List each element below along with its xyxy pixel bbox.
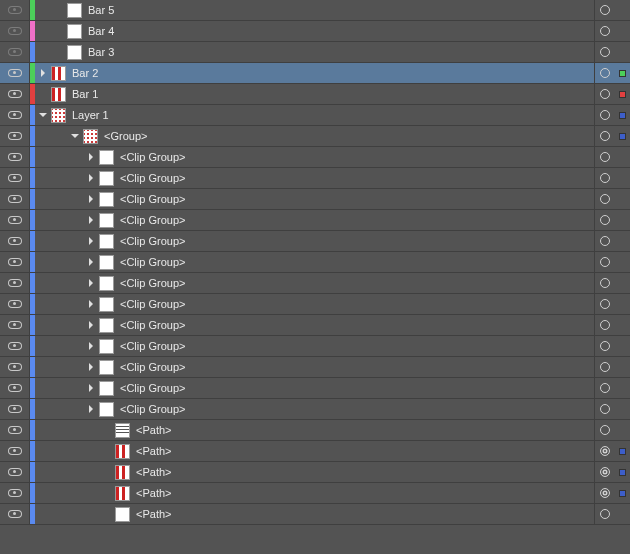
layer-thumbnail[interactable] [99, 234, 114, 249]
layer-thumbnail[interactable] [115, 444, 130, 459]
layer-row[interactable]: Bar 4 [0, 21, 630, 42]
layer-thumbnail[interactable] [99, 150, 114, 165]
layer-thumbnail[interactable] [99, 360, 114, 375]
layer-thumbnail[interactable] [115, 465, 130, 480]
selection-swatch[interactable] [614, 504, 630, 524]
layer-label[interactable]: <Clip Group> [120, 193, 594, 205]
layer-row[interactable]: <Clip Group> [0, 147, 630, 168]
selection-swatch[interactable] [614, 210, 630, 230]
layer-thumbnail[interactable] [51, 108, 66, 123]
layer-thumbnail[interactable] [67, 3, 82, 18]
target-button[interactable] [594, 84, 614, 104]
visibility-toggle[interactable] [0, 399, 30, 419]
layer-label[interactable]: <Clip Group> [120, 172, 594, 184]
layer-row[interactable]: <Path> [0, 420, 630, 441]
layer-thumbnail[interactable] [99, 318, 114, 333]
selection-swatch[interactable] [614, 441, 630, 461]
visibility-toggle[interactable] [0, 462, 30, 482]
layer-thumbnail[interactable] [67, 45, 82, 60]
layer-row[interactable]: <Clip Group> [0, 294, 630, 315]
disclosure-right-icon[interactable] [83, 149, 99, 165]
layer-label[interactable]: <Clip Group> [120, 256, 594, 268]
layer-label[interactable]: <Clip Group> [120, 214, 594, 226]
selection-swatch[interactable] [614, 294, 630, 314]
visibility-toggle[interactable] [0, 189, 30, 209]
layer-label[interactable]: Bar 3 [88, 46, 594, 58]
layer-row[interactable]: Bar 2 [0, 63, 630, 84]
selection-swatch[interactable] [614, 378, 630, 398]
layer-label[interactable]: <Clip Group> [120, 319, 594, 331]
layer-thumbnail[interactable] [83, 129, 98, 144]
layer-label[interactable]: <Group> [104, 130, 594, 142]
target-button[interactable] [594, 231, 614, 251]
disclosure-right-icon[interactable] [83, 359, 99, 375]
visibility-toggle[interactable] [0, 315, 30, 335]
target-button[interactable] [594, 147, 614, 167]
selection-swatch[interactable] [614, 399, 630, 419]
layer-row[interactable]: <Clip Group> [0, 273, 630, 294]
layer-label[interactable]: <Clip Group> [120, 361, 594, 373]
visibility-toggle[interactable] [0, 441, 30, 461]
visibility-toggle[interactable] [0, 0, 30, 20]
layer-thumbnail[interactable] [99, 297, 114, 312]
layer-label[interactable]: Bar 4 [88, 25, 594, 37]
layer-row[interactable]: <Clip Group> [0, 231, 630, 252]
target-button[interactable] [594, 441, 614, 461]
layer-thumbnail[interactable] [99, 192, 114, 207]
layer-row[interactable]: <Clip Group> [0, 378, 630, 399]
layer-row[interactable]: <Clip Group> [0, 210, 630, 231]
layer-label[interactable]: <Clip Group> [120, 151, 594, 163]
layer-row[interactable]: <Clip Group> [0, 336, 630, 357]
disclosure-right-icon[interactable] [83, 317, 99, 333]
visibility-toggle[interactable] [0, 420, 30, 440]
selection-swatch[interactable] [614, 357, 630, 377]
layer-row[interactable]: Layer 1 [0, 105, 630, 126]
visibility-toggle[interactable] [0, 504, 30, 524]
visibility-toggle[interactable] [0, 336, 30, 356]
selection-swatch[interactable] [614, 0, 630, 20]
target-button[interactable] [594, 315, 614, 335]
target-button[interactable] [594, 252, 614, 272]
disclosure-right-icon[interactable] [83, 170, 99, 186]
selection-swatch[interactable] [614, 105, 630, 125]
selection-swatch[interactable] [614, 126, 630, 146]
disclosure-down-icon[interactable] [35, 107, 51, 123]
visibility-toggle[interactable] [0, 21, 30, 41]
visibility-toggle[interactable] [0, 210, 30, 230]
visibility-toggle[interactable] [0, 294, 30, 314]
layer-label[interactable]: Bar 2 [72, 67, 594, 79]
layer-thumbnail[interactable] [99, 402, 114, 417]
target-button[interactable] [594, 294, 614, 314]
layer-thumbnail[interactable] [99, 339, 114, 354]
layer-row[interactable]: Bar 5 [0, 0, 630, 21]
target-button[interactable] [594, 378, 614, 398]
visibility-toggle[interactable] [0, 105, 30, 125]
target-button[interactable] [594, 63, 614, 83]
target-button[interactable] [594, 168, 614, 188]
layer-label[interactable]: <Path> [136, 445, 594, 457]
layer-label[interactable]: <Clip Group> [120, 235, 594, 247]
selection-swatch[interactable] [614, 63, 630, 83]
target-button[interactable] [594, 357, 614, 377]
layer-label[interactable]: <Clip Group> [120, 340, 594, 352]
disclosure-down-icon[interactable] [67, 128, 83, 144]
target-button[interactable] [594, 336, 614, 356]
layer-thumbnail[interactable] [99, 213, 114, 228]
visibility-toggle[interactable] [0, 357, 30, 377]
selection-swatch[interactable] [614, 315, 630, 335]
layer-thumbnail[interactable] [115, 486, 130, 501]
selection-swatch[interactable] [614, 420, 630, 440]
layer-thumbnail[interactable] [115, 423, 130, 438]
target-button[interactable] [594, 210, 614, 230]
layer-label[interactable]: Bar 1 [72, 88, 594, 100]
disclosure-right-icon[interactable] [83, 275, 99, 291]
layer-thumbnail[interactable] [99, 255, 114, 270]
visibility-toggle[interactable] [0, 483, 30, 503]
visibility-toggle[interactable] [0, 378, 30, 398]
layer-thumbnail[interactable] [51, 66, 66, 81]
layer-row[interactable]: <Clip Group> [0, 315, 630, 336]
visibility-toggle[interactable] [0, 126, 30, 146]
layer-label[interactable]: <Path> [136, 487, 594, 499]
visibility-toggle[interactable] [0, 252, 30, 272]
layer-row[interactable]: <Clip Group> [0, 189, 630, 210]
